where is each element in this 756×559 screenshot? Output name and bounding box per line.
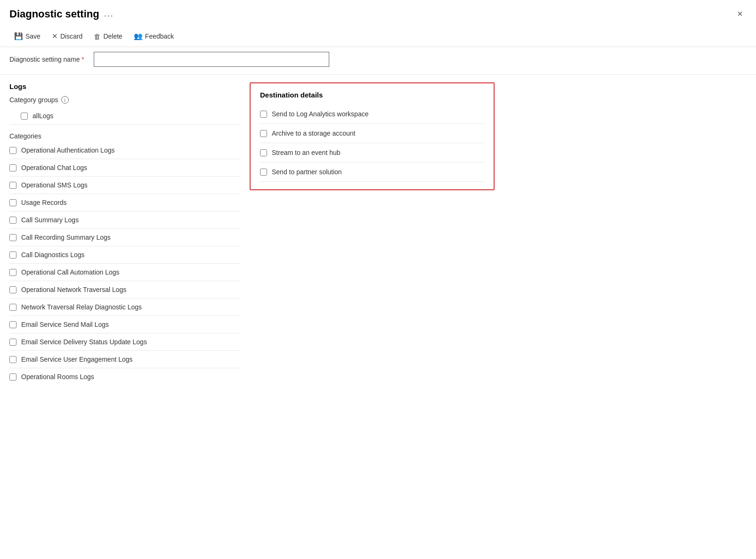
- category-label: Operational SMS Logs: [21, 181, 88, 189]
- category-checkbox-9[interactable]: [9, 304, 16, 311]
- category-row: Operational Call Automation Logs: [9, 264, 240, 281]
- discard-label: Discard: [60, 32, 82, 40]
- destination-section: Destination details Send to Log Analytic…: [250, 75, 495, 385]
- category-label: Email Service Send Mail Logs: [21, 321, 109, 328]
- destination-checkbox-0[interactable]: [260, 111, 267, 118]
- category-checkbox-8[interactable]: [9, 286, 16, 293]
- header-left: Diagnostic setting ...: [9, 8, 114, 20]
- setting-name-label: Diagnostic setting name *: [9, 56, 84, 63]
- setting-name-row: Diagnostic setting name *: [0, 47, 756, 75]
- category-row: Operational Rooms Logs: [9, 368, 240, 385]
- destination-option-row: Send to Log Analytics workspace: [260, 105, 484, 124]
- category-label: Email Service Delivery Status Update Log…: [21, 338, 147, 346]
- required-indicator: *: [81, 56, 84, 63]
- category-checkbox-2[interactable]: [9, 182, 16, 189]
- category-checkbox-11[interactable]: [9, 339, 16, 346]
- destination-option-row: Stream to an event hub: [260, 143, 484, 162]
- save-icon: 💾: [14, 32, 23, 41]
- category-row: Network Traversal Relay Diagnostic Logs: [9, 299, 240, 316]
- destination-list: Send to Log Analytics workspaceArchive t…: [260, 105, 484, 182]
- logs-section: Logs Category groups i allLogs Categorie…: [9, 75, 250, 385]
- category-label: Email Service User Engagement Logs: [21, 356, 133, 363]
- category-checkbox-1[interactable]: [9, 164, 16, 171]
- category-row: Call Recording Summary Logs: [9, 229, 240, 246]
- category-row: Call Summary Logs: [9, 211, 240, 229]
- delete-icon: 🗑: [94, 32, 101, 41]
- destination-box: Destination details Send to Log Analytic…: [250, 82, 495, 190]
- page-title: Diagnostic setting: [9, 8, 99, 20]
- destination-option-row: Archive to a storage account: [260, 124, 484, 143]
- category-checkbox-6[interactable]: [9, 251, 16, 259]
- category-groups-info-icon[interactable]: i: [61, 96, 69, 104]
- category-row: Operational Authentication Logs: [9, 142, 240, 159]
- category-checkbox-7[interactable]: [9, 269, 16, 276]
- destination-option-label: Send to Log Analytics workspace: [272, 110, 368, 118]
- category-checkbox-0[interactable]: [9, 147, 16, 154]
- category-row: Operational SMS Logs: [9, 177, 240, 194]
- category-row: Email Service Delivery Status Update Log…: [9, 333, 240, 351]
- discard-icon: ✕: [52, 32, 58, 41]
- category-row: Usage Records: [9, 194, 240, 211]
- page-container: Diagnostic setting ... × 💾 Save ✕ Discar…: [0, 0, 756, 559]
- category-checkbox-5[interactable]: [9, 234, 16, 241]
- category-label: Call Diagnostics Logs: [21, 251, 85, 259]
- save-label: Save: [25, 32, 41, 40]
- category-label: Call Summary Logs: [21, 216, 79, 224]
- category-row: Email Service User Engagement Logs: [9, 351, 240, 368]
- category-row: Operational Chat Logs: [9, 159, 240, 177]
- toolbar: 💾 Save ✕ Discard 🗑 Delete 👥 Feedback: [0, 26, 756, 47]
- destination-option-label: Archive to a storage account: [272, 130, 355, 137]
- category-label: Operational Network Traversal Logs: [21, 286, 126, 293]
- category-label: Call Recording Summary Logs: [21, 234, 111, 241]
- category-groups-header: Category groups i: [9, 96, 240, 104]
- categories-title: Categories: [9, 132, 240, 140]
- destination-checkbox-2[interactable]: [260, 149, 267, 156]
- category-checkbox-13[interactable]: [9, 373, 16, 381]
- ellipsis-button[interactable]: ...: [104, 9, 114, 19]
- category-groups-label: Category groups: [9, 96, 58, 104]
- logs-title: Logs: [9, 82, 240, 90]
- category-checkbox-10[interactable]: [9, 321, 16, 328]
- feedback-label: Feedback: [145, 32, 174, 40]
- feedback-icon: 👥: [134, 32, 143, 41]
- discard-button[interactable]: ✕ Discard: [47, 30, 87, 43]
- destination-checkbox-1[interactable]: [260, 130, 267, 137]
- destination-title: Destination details: [260, 91, 484, 99]
- feedback-button[interactable]: 👥 Feedback: [129, 30, 179, 43]
- category-label: Operational Call Automation Logs: [21, 268, 120, 276]
- category-checkbox-12[interactable]: [9, 356, 16, 363]
- category-list: Operational Authentication LogsOperation…: [9, 142, 240, 385]
- delete-button[interactable]: 🗑 Delete: [89, 30, 127, 43]
- category-checkbox-4[interactable]: [9, 217, 16, 224]
- category-label: Operational Rooms Logs: [21, 373, 94, 381]
- category-row: Call Diagnostics Logs: [9, 246, 240, 264]
- destination-checkbox-3[interactable]: [260, 169, 267, 176]
- setting-name-input[interactable]: [94, 52, 329, 67]
- category-checkbox-3[interactable]: [9, 199, 16, 206]
- header: Diagnostic setting ... ×: [0, 0, 756, 26]
- category-row: Email Service Send Mail Logs: [9, 316, 240, 333]
- allLogs-row: allLogs: [9, 107, 240, 125]
- category-label: Network Traversal Relay Diagnostic Logs: [21, 303, 142, 311]
- close-button[interactable]: ×: [733, 7, 747, 21]
- category-label: Operational Authentication Logs: [21, 146, 114, 154]
- category-label: Usage Records: [21, 199, 67, 206]
- delete-label: Delete: [103, 32, 122, 40]
- two-col-layout: Logs Category groups i allLogs Categorie…: [0, 75, 756, 385]
- allLogs-label: allLogs: [33, 112, 53, 120]
- save-button[interactable]: 💾 Save: [9, 30, 45, 43]
- destination-option-row: Send to partner solution: [260, 162, 484, 182]
- category-row: Operational Network Traversal Logs: [9, 281, 240, 299]
- destination-option-label: Stream to an event hub: [272, 149, 341, 156]
- allLogs-checkbox[interactable]: [21, 113, 28, 120]
- destination-option-label: Send to partner solution: [272, 168, 342, 176]
- category-label: Operational Chat Logs: [21, 164, 87, 171]
